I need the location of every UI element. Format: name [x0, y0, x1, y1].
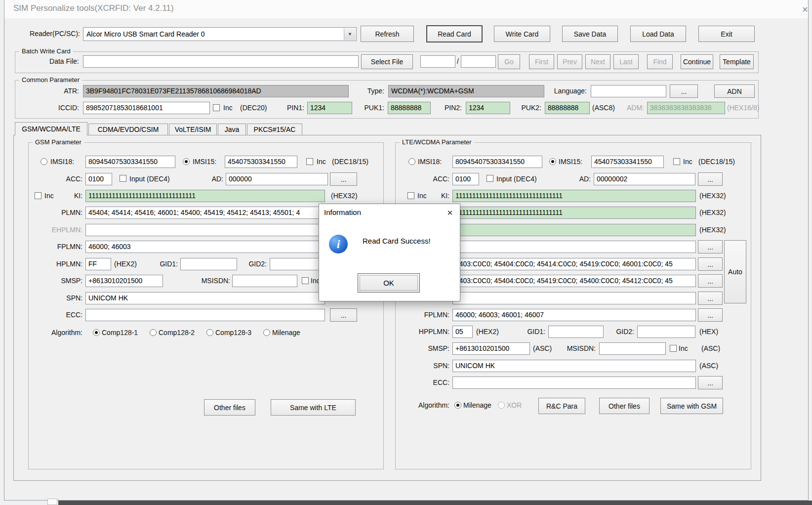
lte-msisdn-input[interactable] [599, 342, 666, 355]
lte-gid2-input[interactable] [637, 326, 695, 338]
lte-ki-inc-checkbox[interactable] [407, 192, 414, 199]
lte-ad-browse-button[interactable]: ... [698, 172, 723, 186]
lte-plmnsel-browse-button[interactable]: ... [698, 292, 723, 305]
tab-gsm-wcdma-lte[interactable]: GSM/WCDMA/LTE [15, 122, 87, 135]
refresh-button[interactable]: Refresh [361, 26, 414, 42]
gsm-gid1-input[interactable] [180, 258, 237, 270]
gsm-fplmn-input[interactable]: 46000; 46003 [85, 241, 325, 253]
gsm-ki-inc-checkbox[interactable] [35, 192, 41, 199]
write-card-button[interactable]: Write Card [494, 26, 550, 42]
language-browse-button[interactable]: ... [670, 84, 698, 98]
lte-smsp-input[interactable]: +8613010201500 [452, 342, 530, 355]
lte-op2-field[interactable] [452, 224, 696, 236]
lte-fplmn-input[interactable]: 46000; 46003; 46001; 46007 [452, 309, 696, 321]
lte-input-dec4-checkbox[interactable] [487, 175, 493, 182]
gsm-gid2-input[interactable] [270, 258, 325, 270]
first-button[interactable]: First [529, 54, 554, 69]
gsm-ki-input[interactable]: 11111111111111111111111111111111 [85, 190, 325, 202]
lte-imsi15-radio[interactable] [549, 158, 556, 165]
gsm-ecc-input[interactable] [85, 309, 325, 321]
gsm-comp128-3-radio[interactable] [206, 329, 213, 336]
lte-oplmnwact-browse-button[interactable]: ... [698, 274, 723, 288]
gsm-hplmn-input[interactable]: FF [85, 258, 111, 270]
exit-button[interactable]: Exit [698, 26, 755, 42]
gsm-plmn-input[interactable]: 45404; 45414; 45416; 46001; 45400; 45419… [85, 207, 325, 219]
iccid-input[interactable]: 89852071853018681001 [83, 102, 210, 114]
select-file-button[interactable]: Select File [361, 54, 413, 69]
adn-button[interactable]: ADN [714, 84, 755, 98]
gsm-input-dec4-checkbox[interactable] [120, 175, 126, 182]
page-from-input[interactable] [420, 55, 455, 68]
gsm-imsi15-input[interactable]: 454075303341550 [225, 156, 297, 168]
read-card-button[interactable]: Read Card [426, 25, 483, 42]
gsm-msisdn-input[interactable] [232, 275, 297, 287]
gsm-imsi-inc-checkbox[interactable] [306, 158, 313, 165]
close-icon[interactable]: ✕ [799, 3, 812, 16]
gsm-imsi18-radio[interactable] [41, 158, 47, 165]
lte-milenage-radio[interactable] [454, 402, 461, 409]
lte-gid1-input[interactable] [548, 326, 604, 338]
continue-button[interactable]: Continue [681, 54, 713, 69]
iccid-inc-checkbox[interactable] [213, 104, 220, 111]
lte-ehplmn-field[interactable] [452, 241, 696, 253]
save-data-button[interactable]: Save Data [562, 26, 618, 42]
lte-ehplmn-browse-button[interactable]: ... [698, 240, 723, 253]
gsm-ad-input[interactable]: 000000 [226, 173, 328, 185]
gsm-acc-input[interactable]: 0100 [85, 173, 112, 185]
load-data-button[interactable]: Load Data [630, 26, 686, 42]
lte-xor-radio[interactable] [498, 402, 505, 409]
lte-imsi-inc-checkbox[interactable] [673, 158, 680, 165]
lte-ecc-input[interactable] [452, 377, 696, 389]
lte-ad-input[interactable]: 00000002 [594, 173, 695, 185]
gsm-ehplmn-input[interactable] [85, 224, 325, 236]
lte-imsi18-input[interactable]: 809454075303341550 [452, 156, 542, 168]
lte-oplmnwact-field[interactable]: 5403:C0C0; 45404:C0C0; 45419:C0C0; 45400… [452, 275, 696, 287]
lte-auto-button[interactable]: Auto [724, 240, 746, 303]
puk2-input[interactable]: 88888888 [545, 102, 590, 114]
tab-java[interactable]: Java [218, 124, 246, 135]
template-button[interactable]: Template [720, 54, 754, 69]
lte-spn-input[interactable]: UNICOM HK [452, 360, 696, 372]
pin1-input[interactable]: 1234 [307, 102, 352, 114]
lte-other-files-button[interactable]: Other files [599, 398, 650, 414]
gsm-ecc-browse-button[interactable]: ... [330, 308, 357, 322]
gsm-msisdn-inc-checkbox[interactable] [302, 277, 309, 284]
gsm-other-files-button[interactable]: Other files [204, 399, 255, 416]
lte-imsi18-radio[interactable] [408, 158, 415, 165]
reader-select[interactable]: Alcor Micro USB Smart Card Reader 0 ▼ [83, 27, 357, 41]
gsm-comp128-2-radio[interactable] [150, 329, 157, 336]
page-to-input[interactable] [461, 55, 496, 68]
gsm-same-with-lte-button[interactable]: Same with LTE [271, 399, 356, 416]
lte-hpplmn-input[interactable]: 05 [452, 326, 473, 338]
pin2-input[interactable]: 1234 [466, 102, 510, 114]
gsm-comp128-1-radio[interactable] [93, 329, 100, 336]
next-button[interactable]: Next [585, 54, 610, 69]
lte-fplmn-browse-button[interactable]: ... [698, 308, 723, 322]
tab-pkcs15-ac[interactable]: PKCS#15/AC [247, 124, 302, 135]
lte-same-with-gsm-button[interactable]: Same with GSM [660, 398, 723, 414]
gsm-milenage-radio[interactable] [263, 329, 270, 336]
find-button[interactable]: Find [647, 54, 673, 69]
go-button[interactable]: Go [498, 54, 520, 69]
language-input[interactable] [591, 85, 666, 97]
lte-hplmnwact-browse-button[interactable]: ... [698, 257, 723, 271]
lte-plmnsel-field[interactable] [452, 292, 696, 304]
puk1-input[interactable]: 88888888 [388, 102, 431, 114]
lte-ki-input[interactable]: 11111111111111111111111111111111 [452, 190, 696, 202]
data-file-input[interactable] [83, 55, 359, 68]
prev-button[interactable]: Prev [557, 54, 582, 69]
gsm-ad-browse-button[interactable]: ... [330, 172, 357, 186]
lte-rc-para-button[interactable]: R&C Para [538, 398, 585, 414]
tab-cdma-evdo-csim[interactable]: CDMA/EVDO/CSIM [88, 124, 168, 135]
chevron-down-icon[interactable]: ▼ [344, 28, 356, 40]
gsm-imsi15-radio[interactable] [183, 158, 190, 165]
tab-volte-isim[interactable]: VoLTE/ISIM [169, 124, 217, 135]
lte-msisdn-inc-checkbox[interactable] [670, 345, 677, 352]
last-button[interactable]: Last [613, 54, 639, 69]
titlebar[interactable]: SIM Personalize tools(XCRFID: Ver 4.2.11… [4, 0, 808, 18]
lte-ecc-browse-button[interactable]: ... [698, 376, 723, 389]
lte-op-field[interactable]: 11111111111111111111111111111111 [452, 207, 696, 219]
gsm-spn-input[interactable]: UNICOM HK [85, 292, 325, 304]
ok-button[interactable]: OK [358, 273, 420, 293]
dialog-close-icon[interactable]: ✕ [444, 207, 456, 219]
